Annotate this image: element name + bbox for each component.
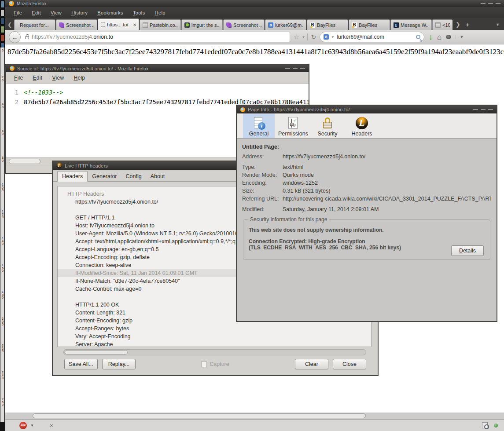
http-header-line[interactable]: Accept-Ranges: bytes — [58, 325, 371, 332]
live-tab-generator[interactable]: Generator — [88, 172, 121, 181]
adblock-dropdown-icon[interactable]: ▼ — [30, 424, 34, 427]
search-icon[interactable] — [416, 35, 420, 39]
live-tab-headers[interactable]: Headers — [57, 171, 88, 182]
source-menu-edit[interactable]: Edit — [29, 73, 47, 82]
lock-icon — [25, 36, 29, 39]
search-input[interactable]: lurker69@mail.com — [337, 34, 414, 40]
ruler-number: 1 6 0 — [0, 264, 5, 273]
search-engine-icon[interactable]: 8 — [324, 34, 329, 40]
ruler-number: 4 0 — [0, 103, 5, 109]
tab-label: Security — [317, 131, 337, 137]
browser-tab[interactable]: <1033> [ — [432, 19, 452, 30]
field-label: Type: — [242, 163, 283, 171]
window-controls[interactable] — [481, 3, 500, 4]
dock-thumbnail — [0, 34, 4, 41]
field-value: text/html — [283, 163, 303, 171]
source-titlebar[interactable]: Source of: https://fv7lyucmeozzd5j4.onio… — [6, 65, 309, 72]
browser-tab[interactable]: Screenshot ... — [223, 19, 265, 30]
replay-button[interactable]: Replay... — [102, 359, 136, 369]
live-horizontal-scrollbar[interactable] — [63, 349, 366, 355]
live-tab-about[interactable]: About — [146, 172, 169, 181]
page-info-tab-security[interactable]: Security — [312, 113, 343, 138]
window-controls[interactable] — [285, 68, 305, 69]
browser-tab[interactable]: Request for... — [14, 19, 55, 30]
tab-scroll-right-icon[interactable]: ❯ — [453, 21, 463, 30]
tab-scroll-left-icon[interactable]: ❮ — [6, 22, 14, 30]
search-engine-dropdown-icon[interactable]: ▼ — [331, 35, 335, 39]
source-menu-file[interactable]: File — [10, 73, 28, 82]
url-bar[interactable]: https://fv7lyucmeozzd5j4.onion.to — [15, 32, 290, 42]
live-headers-logo-icon: L — [56, 163, 62, 168]
browser-tab[interactable]: Screenshot ... — [56, 19, 97, 30]
ruler-number: 1 2 0 — [0, 210, 5, 219]
search-bar[interactable]: 8 ▼ lurker69@mail.com — [320, 32, 424, 42]
toolbar-dropdown-icon[interactable]: ▼ — [456, 35, 464, 39]
addonbar-close-icon[interactable]: × — [50, 422, 53, 429]
page-zoom-icon[interactable] — [482, 422, 488, 428]
dock-thumbnails — [0, 1, 5, 51]
browser-tab[interactable]: https....to/× — [98, 18, 139, 30]
page-info-tab-headers[interactable]: LHeaders — [346, 113, 378, 138]
page-info-titlebar[interactable]: Page Info - https://fv7lyucmeozzd5j4.oni… — [237, 106, 497, 113]
browser-tab[interactable]: []Message W... — [390, 19, 432, 30]
tab-label: Headers — [351, 131, 372, 137]
url-dropdown-icon[interactable]: ▼ — [302, 35, 305, 39]
menu-edit[interactable]: Edit — [28, 9, 45, 17]
tab-label: Pastebin.co... — [150, 22, 178, 28]
menu-bookmarks[interactable]: Bookmarks — [93, 9, 127, 17]
scrollbar-thumb[interactable] — [9, 159, 40, 164]
page-info-field-row: Modified:Saturday, January 11, 2014 2:09… — [242, 205, 491, 213]
reload-icon[interactable]: ↻ — [307, 33, 316, 40]
imgur-favicon-icon — [184, 22, 190, 28]
downloads-icon[interactable]: ↓ — [429, 33, 433, 41]
back-button[interactable]: ← — [9, 31, 21, 43]
page-info-tab-permissions[interactable]: ✓⊘Permissions — [277, 113, 309, 138]
source-menu-view[interactable]: View — [48, 73, 68, 82]
browser-tab[interactable]: imgur: the s... — [181, 19, 223, 30]
menu-view[interactable]: View — [47, 9, 66, 17]
capture-checkbox[interactable] — [201, 362, 207, 367]
live-tab-config[interactable]: Config — [121, 172, 146, 181]
live-headers-fly-icon[interactable] — [446, 35, 451, 39]
bayfiles-favicon-icon: B — [352, 22, 357, 28]
page-info-tab-general[interactable]: iGeneral — [243, 113, 275, 138]
field-label: Address: — [242, 153, 283, 161]
save-all-button[interactable]: Save All... — [64, 359, 98, 369]
field-value: https://fv7lyucmeozzd5j4.onion.to/ — [283, 153, 365, 161]
tab-label: Screenshot ... — [66, 22, 94, 28]
source-code-text: <!--1033--> — [24, 88, 63, 97]
tab-bar: ❮ Request for...Screenshot ...https....t… — [5, 18, 504, 30]
clear-button[interactable]: Clear — [295, 359, 328, 369]
adblock-plus-icon[interactable]: ABP — [19, 422, 27, 429]
home-icon[interactable]: ⌂ — [437, 33, 441, 41]
http-header-line[interactable]: Server: Apache — [58, 340, 371, 347]
ruler-number: 1 0 0 — [0, 183, 5, 192]
http-header-line[interactable]: Vary: Accept-Encoding — [58, 332, 371, 340]
list-all-tabs-icon[interactable]: ▼ — [492, 22, 503, 30]
main-titlebar[interactable]: Mozilla Firefox — [5, 0, 504, 7]
tab-label: https....to/ — [107, 22, 132, 27]
scrollbar-thumb[interactable] — [65, 350, 128, 354]
main-horizontal-scrollbar[interactable] — [5, 413, 504, 419]
dock-thumbnail — [0, 26, 4, 33]
page-info-field-row: Type:text/html — [242, 163, 491, 171]
browser-tab[interactable]: BBayFiles — [349, 19, 390, 30]
browser-tab[interactable]: BBayFiles — [307, 19, 348, 30]
grid-favicon-icon — [143, 22, 148, 28]
source-window-title: Source of: https://fv7lyucmeozzd5j4.onio… — [17, 66, 283, 71]
menu-file[interactable]: File — [10, 9, 26, 17]
new-tab-button[interactable]: + — [463, 21, 472, 30]
tab-close-icon[interactable]: × — [133, 22, 136, 27]
menu-help[interactable]: Help — [151, 9, 169, 17]
bookmark-star-icon[interactable]: ☆ — [294, 33, 299, 41]
menu-history[interactable]: History — [67, 9, 92, 17]
browser-tab[interactable]: Pastebin.co... — [140, 19, 181, 30]
source-menu-help[interactable]: Help — [69, 73, 89, 82]
browser-tab[interactable]: 8lurker69@m... — [265, 19, 306, 30]
details-button[interactable]: Details — [451, 245, 484, 256]
menu-tools[interactable]: Tools — [129, 9, 149, 17]
window-controls[interactable] — [473, 109, 493, 110]
scrollbar-thumb[interactable] — [33, 413, 366, 418]
close-button[interactable]: Close — [333, 359, 366, 369]
dock-thumbnail — [0, 18, 4, 25]
